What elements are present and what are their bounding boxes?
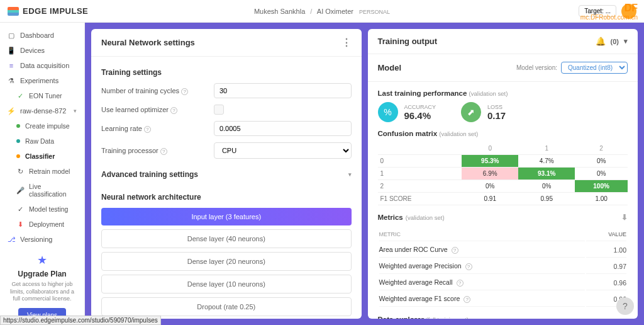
info-icon[interactable]: ? xyxy=(457,280,464,287)
info-icon[interactable]: ? xyxy=(144,126,151,133)
devices-icon: 📱 xyxy=(8,47,15,54)
upgrade-title: Upgrade Plan xyxy=(6,270,78,278)
sidebar-item-classifier[interactable]: Classifier xyxy=(0,149,84,164)
test-icon: ✓ xyxy=(16,205,24,213)
info-icon[interactable]: ? xyxy=(452,247,458,254)
model-version-label: Model version: xyxy=(516,64,557,71)
dense-layer-2[interactable]: Dense layer (20 neurons) xyxy=(101,252,352,271)
lr-input[interactable] xyxy=(214,121,352,136)
accuracy-icon: % xyxy=(378,102,398,122)
chevron-down-icon: ▾ xyxy=(348,171,352,178)
sidebar: ▢Dashboard 📱Devices ≡Data acquisition ⚗E… xyxy=(0,23,85,325)
sidebar-item-live[interactable]: 🎤Live classification xyxy=(0,179,84,202)
last-perf-title: Last training performance xyxy=(378,89,467,97)
sidebar-item-testing[interactable]: ✓Model testing xyxy=(0,202,84,217)
sidebar-item-create[interactable]: Create impulse xyxy=(0,118,84,134)
loss-icon: ⬈ xyxy=(461,102,481,122)
impulse-icon: ⚡ xyxy=(8,107,15,115)
help-fab[interactable]: ? xyxy=(616,297,634,315)
project-badge: PERSONAL xyxy=(359,9,390,15)
accuracy-value: 96.4% xyxy=(404,110,436,121)
loss-value: 0.17 xyxy=(487,110,506,121)
info-icon[interactable]: ? xyxy=(170,107,177,114)
info-icon[interactable]: ? xyxy=(181,88,188,95)
notification-icon[interactable]: 🔔 xyxy=(596,37,606,46)
info-icon[interactable]: ? xyxy=(160,148,167,155)
dense-layer-3[interactable]: Dense layer (10 neurons) xyxy=(101,275,352,294)
sidebar-item-dashboard[interactable]: ▢Dashboard xyxy=(0,28,84,43)
upgrade-text: Get access to higher job limits, collabo… xyxy=(6,281,78,303)
deploy-icon: ⬇ xyxy=(16,220,24,228)
arch-title: Neural network architecture xyxy=(101,193,352,202)
input-layer[interactable]: Input layer (3 features) xyxy=(101,208,352,225)
chevron-down-icon[interactable]: ▾ xyxy=(624,37,628,45)
dot-icon xyxy=(16,154,20,158)
cycles-input[interactable] xyxy=(214,83,352,98)
dot-icon xyxy=(16,124,20,128)
accuracy-label: ACCURACY xyxy=(404,104,436,110)
star-icon: ★ xyxy=(6,253,78,267)
confusion-matrix: 012 095.3%4.7%0% 16.9%93.1%0% 20%0%100% … xyxy=(378,142,628,205)
training-output-panel: Training output 🔔 (0) ▾ Model Model vers… xyxy=(368,29,638,319)
sidebar-item-impulse[interactable]: ⚡raw-dense-872▾ xyxy=(0,103,84,118)
sidebar-item-data[interactable]: ≡Data acquisition xyxy=(0,58,84,73)
status-bar-url: https://studio.edgeimpulse.com/studio/59… xyxy=(0,316,161,325)
logo-icon xyxy=(8,7,19,16)
confusion-title: Confusion matrix xyxy=(378,130,438,137)
sidebar-item-versioning[interactable]: ⎇Versioning xyxy=(0,232,84,247)
dense-layer-1[interactable]: Dense layer (40 neurons) xyxy=(101,229,352,248)
processor-select[interactable]: CPU xyxy=(214,142,352,159)
sidebar-item-eon[interactable]: ✓EON Tuner xyxy=(0,88,84,103)
info-icon[interactable]: ? xyxy=(465,263,472,270)
cycles-label: Number of training cycles xyxy=(101,87,179,94)
metrics-title: Metrics xyxy=(378,214,403,221)
optimizer-checkbox[interactable] xyxy=(214,105,224,115)
info-icon[interactable]: ? xyxy=(464,296,470,303)
retrain-icon: ↻ xyxy=(16,168,24,175)
training-settings-title: Training settings xyxy=(101,68,352,77)
crumb-user[interactable]: Mukesh Sankhla xyxy=(254,8,305,15)
notif-count: (0) xyxy=(611,38,619,45)
brand-name: EDGE IMPULSE xyxy=(23,6,88,16)
check-icon: ✓ xyxy=(16,92,24,100)
sidebar-item-retrain[interactable]: ↻Retrain model xyxy=(0,164,84,179)
sidebar-item-devices[interactable]: 📱Devices xyxy=(0,43,84,58)
lr-label: Learning rate xyxy=(101,125,142,132)
breadcrumb: Mukesh Sankhla / AI Oximeter PERSONAL xyxy=(254,8,390,15)
main-content: Neural Network settings ⋮ Training setti… xyxy=(85,23,644,325)
explorer-title: Data explorer xyxy=(378,316,425,319)
advanced-toggle[interactable]: Advanced training settings▾ xyxy=(101,165,352,184)
chevron-down-icon: ▾ xyxy=(74,108,77,114)
sidebar-item-rawdata[interactable]: Raw Data xyxy=(0,134,84,149)
avatar[interactable] xyxy=(621,4,636,19)
data-icon: ≡ xyxy=(8,62,15,69)
topbar: EDGE IMPULSE Mukesh Sankhla / AI Oximete… xyxy=(0,0,644,23)
experiments-icon: ⚗ xyxy=(8,77,15,84)
download-icon[interactable]: ⬇ xyxy=(621,213,628,222)
processor-label: Training processor xyxy=(101,147,158,154)
loss-label: LOSS xyxy=(487,104,506,110)
dropout-layer[interactable]: Dropout (rate 0.25) xyxy=(101,297,352,316)
model-title: Model xyxy=(378,63,402,72)
panel-title: Neural Network settings xyxy=(101,38,195,47)
nn-settings-panel: Neural Network settings ⋮ Training setti… xyxy=(91,29,362,319)
mic-icon: 🎤 xyxy=(16,186,24,194)
panel-menu-icon[interactable]: ⋮ xyxy=(341,37,352,48)
model-version-select[interactable]: Quantized (int8) xyxy=(561,62,628,74)
metrics-table: METRICVALUE Area under ROC Curve ?1.00 W… xyxy=(378,227,628,308)
upgrade-block: ★ Upgrade Plan Get access to higher job … xyxy=(0,247,84,325)
sidebar-item-experiments[interactable]: ⚗Experiments xyxy=(0,73,84,88)
target-button[interactable]: Target: ... xyxy=(579,5,616,17)
version-icon: ⎇ xyxy=(8,236,15,243)
dot-icon xyxy=(16,139,20,143)
sidebar-item-deployment[interactable]: ⬇Deployment xyxy=(0,217,84,232)
optimizer-label: Use learned optimizer xyxy=(101,106,169,113)
dashboard-icon: ▢ xyxy=(8,31,15,39)
logo[interactable]: EDGE IMPULSE xyxy=(8,6,88,16)
crumb-project[interactable]: AI Oximeter xyxy=(317,8,353,15)
model-header: Model Model version: Quantized (int8) xyxy=(368,54,638,82)
output-title: Training output xyxy=(378,37,438,46)
